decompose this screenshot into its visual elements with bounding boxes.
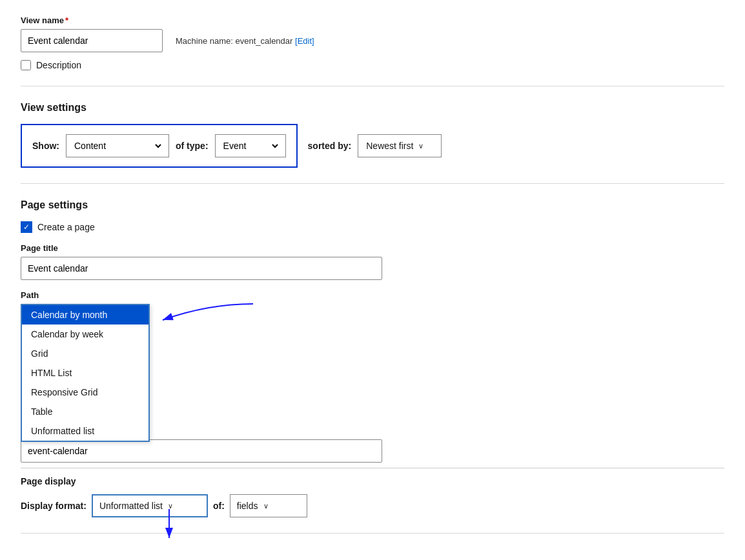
create-page-label: Create a page <box>37 222 95 232</box>
dropdown-item-unformatted-list[interactable]: Unformatted list <box>22 421 148 441</box>
of-type-label: of type: <box>176 141 209 151</box>
description-checkbox[interactable] <box>21 60 31 70</box>
dropdown-item-html-list[interactable]: HTML List <box>22 363 148 383</box>
type-select[interactable]: Event Article Page <box>221 140 280 152</box>
view-settings-section: View settings Show: Content Comments Fil… <box>21 102 724 184</box>
sorted-by-dropdown[interactable]: Newest first ∨ <box>358 134 442 157</box>
type-dropdown[interactable]: Event Article Page <box>215 134 286 157</box>
description-label: Description <box>36 60 81 70</box>
view-name-label: View name* <box>21 15 724 25</box>
show-dropdown[interactable]: Content Comments Files <box>66 134 169 157</box>
path-with-dropdown: Calendar by month Calendar by week Grid … <box>21 304 382 463</box>
description-row: Description <box>21 60 724 70</box>
page-title-label: Page title <box>21 243 724 253</box>
path-display-dropdown: Calendar by month Calendar by week Grid … <box>21 304 150 442</box>
page-settings-title: Page settings <box>21 199 724 211</box>
display-format-row: Display format: Unformatted list ∨ <box>21 494 724 517</box>
dropdown-item-table[interactable]: Table <box>22 402 148 421</box>
path-group: Path Calendar by month Calendar by week <box>21 290 724 463</box>
path-label: Path <box>21 290 724 300</box>
view-settings-box: Show: Content Comments Files of type: Ev… <box>21 124 298 168</box>
sorted-by-chevron: ∨ <box>418 142 424 150</box>
view-name-section: View name* Machine name: event_calendar … <box>21 15 724 86</box>
sorted-by-value: Newest first <box>366 141 413 151</box>
fields-value: fields <box>237 501 258 511</box>
dropdown-item-calendar-week[interactable]: Calendar by week <box>22 325 148 344</box>
edit-machine-name-link[interactable]: [Edit] <box>295 36 314 46</box>
page-display-section: Page display Display format: Unformatted… <box>21 468 724 517</box>
page-title-input[interactable] <box>21 257 382 280</box>
view-name-input[interactable] <box>21 29 163 52</box>
dropdown-item-grid[interactable]: Grid <box>22 344 148 363</box>
create-page-row: ✓ Create a page <box>21 221 724 233</box>
fields-chevron: ∨ <box>263 502 269 510</box>
display-format-value: Unformatted list <box>99 501 163 511</box>
show-label: Show: <box>32 141 59 151</box>
create-page-checkbox[interactable]: ✓ <box>21 221 32 233</box>
view-name-row: Machine name: event_calendar [Edit] <box>21 29 724 52</box>
display-format-chevron: ∨ <box>168 502 173 510</box>
dropdown-item-calendar-month[interactable]: Calendar by month <box>22 305 148 325</box>
display-format-label: Display format: <box>21 501 87 511</box>
fields-dropdown[interactable]: fields ∨ <box>230 494 307 517</box>
show-select[interactable]: Content Comments Files <box>72 140 163 152</box>
path-input[interactable] <box>21 439 382 463</box>
machine-name-label: Machine name: event_calendar [Edit] <box>176 36 314 46</box>
page-display-title: Page display <box>21 476 724 486</box>
of-label: of: <box>213 501 225 511</box>
dropdown-item-responsive-grid[interactable]: Responsive Grid <box>22 383 148 402</box>
sorted-by-label: sorted by: <box>308 141 352 151</box>
page-settings-section: Page settings ✓ Create a page Page title… <box>21 199 724 534</box>
display-format-dropdown[interactable]: Unformatted list ∨ <box>92 494 208 517</box>
view-settings-title: View settings <box>21 102 724 114</box>
page-title-group: Page title <box>21 243 724 280</box>
required-star: * <box>65 15 68 25</box>
